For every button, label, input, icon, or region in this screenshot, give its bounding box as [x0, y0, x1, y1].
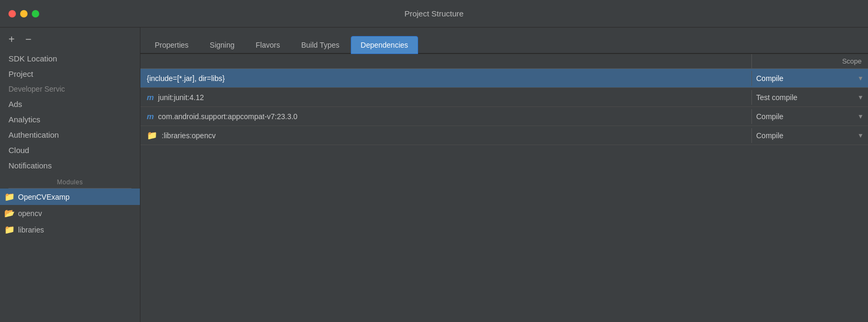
dep-scope-text: Compile: [756, 112, 783, 121]
module-dep-icon: 📁: [147, 130, 157, 140]
close-button[interactable]: [8, 10, 16, 17]
maximize-button[interactable]: [32, 10, 39, 17]
dep-name-text: :libraries:opencv: [162, 131, 216, 140]
dep-scope-opencv-lib[interactable]: Compile ▼: [751, 128, 868, 143]
sidebar-item-authentication[interactable]: Authentication: [0, 127, 140, 142]
sidebar-item-notifications[interactable]: Notifications: [0, 158, 140, 173]
modules-section-label: Modules: [0, 173, 140, 188]
dep-name-jar-libs: {include=[*.jar], dir=libs}: [140, 71, 751, 86]
window-title: Project Structure: [404, 9, 464, 18]
table-row[interactable]: m com.android.support:appcompat-v7:23.3.…: [140, 107, 868, 126]
dep-name-opencv-lib: 📁 :libraries:opencv: [140, 127, 751, 144]
scope-dropdown-arrow[interactable]: ▼: [857, 94, 864, 101]
title-bar: Project Structure: [0, 0, 868, 28]
tab-properties[interactable]: Properties: [145, 36, 199, 54]
dep-scope-text: Test compile: [756, 93, 798, 102]
table-row[interactable]: m junit:junit:4.12 Test compile ▼: [140, 88, 868, 107]
main-layout: + − SDK Location Project Developer Servi…: [0, 28, 868, 322]
tab-flavors[interactable]: Flavors: [246, 36, 290, 54]
content-area: Properties Signing Flavors Build Types D…: [140, 28, 868, 322]
dep-scope-junit[interactable]: Test compile ▼: [751, 90, 868, 105]
sidebar-item-cloud[interactable]: Cloud: [0, 142, 140, 158]
dep-name-appcompat: m com.android.support:appcompat-v7:23.3.…: [140, 109, 751, 124]
scope-dropdown-arrow[interactable]: ▼: [857, 113, 864, 120]
dep-scope-text: Compile: [756, 131, 783, 140]
add-button[interactable]: +: [6, 33, 17, 46]
dep-name-text: {include=[*.jar], dir=libs}: [147, 74, 225, 83]
header-dependency: [140, 54, 751, 68]
module-label-opencv: opencv: [18, 209, 42, 218]
sidebar-nav: SDK Location Project Developer Servic Ad…: [0, 51, 140, 173]
scope-dropdown-arrow[interactable]: ▼: [857, 132, 864, 139]
maven-icon: m: [147, 93, 154, 102]
module-item-opencv[interactable]: 📂 opencv: [0, 205, 140, 221]
sidebar-item-sdk-location[interactable]: SDK Location: [0, 51, 140, 66]
maven-icon: m: [147, 112, 154, 121]
tabs-bar: Properties Signing Flavors Build Types D…: [140, 28, 868, 54]
dep-name-junit: m junit:junit:4.12: [140, 90, 751, 105]
dep-scope-text: Compile: [756, 74, 783, 83]
tab-build-types[interactable]: Build Types: [291, 36, 349, 54]
dep-scope-appcompat[interactable]: Compile ▼: [751, 109, 868, 124]
sidebar-item-analytics[interactable]: Analytics: [0, 112, 140, 127]
table-row[interactable]: 📁 :libraries:opencv Compile ▼: [140, 126, 868, 145]
header-scope: Scope: [751, 54, 868, 68]
dependencies-table: Scope {include=[*.jar], dir=libs} Compil…: [140, 54, 868, 322]
dep-name-text: junit:junit:4.12: [158, 93, 203, 102]
module-folder-icon-libraries: 📁: [4, 225, 15, 235]
module-label-libraries: libraries: [18, 226, 44, 234]
remove-button[interactable]: −: [23, 33, 34, 46]
tab-signing[interactable]: Signing: [200, 36, 245, 54]
sidebar-item-project[interactable]: Project: [0, 66, 140, 82]
sidebar-toolbar: + −: [0, 28, 140, 51]
dep-scope-jar-libs[interactable]: Compile ▼: [751, 71, 868, 86]
module-folder-icon-opencv: 📂: [4, 208, 15, 218]
module-label-opencvexample: OpenCVExamp: [18, 193, 69, 201]
window-controls: [8, 10, 39, 17]
tab-dependencies[interactable]: Dependencies: [351, 36, 419, 54]
modules-list: 📁 OpenCVExamp 📂 opencv 📁 libraries: [0, 189, 140, 238]
module-item-libraries[interactable]: 📁 libraries: [0, 221, 140, 238]
dep-name-text: com.android.support:appcompat-v7:23.3.0: [158, 112, 297, 121]
table-row[interactable]: {include=[*.jar], dir=libs} Compile ▼: [140, 69, 868, 88]
sidebar-item-developer-services[interactable]: Developer Servic: [0, 82, 140, 96]
sidebar-item-ads[interactable]: Ads: [0, 96, 140, 112]
module-item-opencvexample[interactable]: 📁 OpenCVExamp: [0, 189, 140, 205]
sidebar: + − SDK Location Project Developer Servi…: [0, 28, 140, 322]
scope-dropdown-arrow[interactable]: ▼: [857, 75, 864, 82]
minimize-button[interactable]: [20, 10, 28, 17]
module-folder-icon-opencvexample: 📁: [4, 192, 15, 202]
table-header: Scope: [140, 54, 868, 69]
